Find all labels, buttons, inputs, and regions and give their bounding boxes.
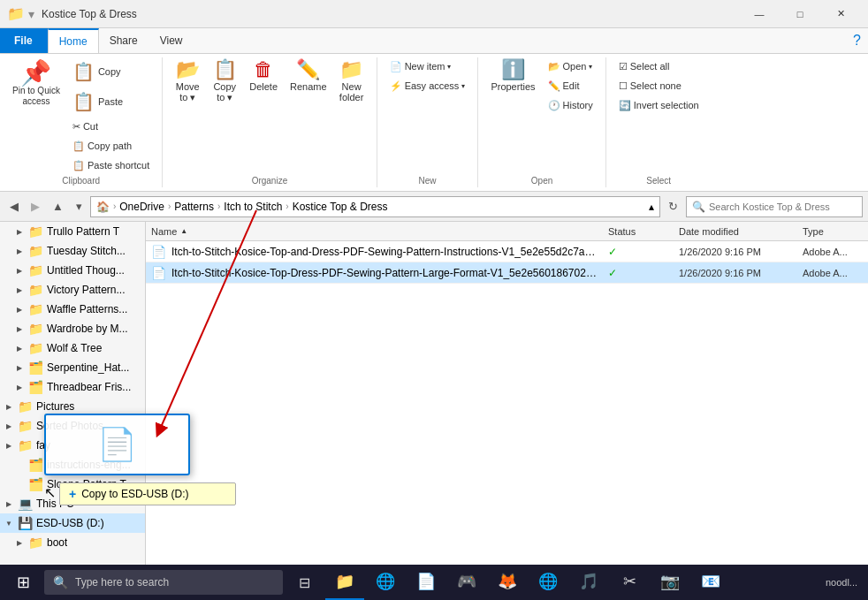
breadcrumb-onedrive[interactable]: OneDrive bbox=[119, 201, 164, 213]
clipboard-items: 📌 Pin to Quickaccess 📋 Copy 📋 Paste ✂ Cu… bbox=[7, 57, 155, 174]
new-item-icon: 📄 bbox=[390, 61, 402, 72]
cut-button[interactable]: ✂ Cut bbox=[67, 118, 155, 135]
ribbon-content: 📌 Pin to Quickaccess 📋 Copy 📋 Paste ✂ Cu… bbox=[0, 54, 868, 192]
sidebar-label: ESD-USB (D:) bbox=[36, 517, 104, 529]
taskbar-steam[interactable]: 🎮 bbox=[447, 565, 486, 600]
sidebar-item-boot[interactable]: ▶ 📁 boot bbox=[0, 533, 145, 552]
ribbon-group-open: ℹ️ Properties 📂 Open ▾ ✏️ Edit 🕐 History bbox=[478, 57, 605, 187]
col-date-header[interactable]: Date modified bbox=[674, 226, 797, 237]
window-controls: — □ ✕ bbox=[739, 0, 861, 28]
breadcrumb-current[interactable]: Kostice Top & Dress bbox=[293, 201, 388, 213]
tab-file[interactable]: File bbox=[0, 28, 48, 53]
paste-shortcut-button[interactable]: 📋 Paste shortcut bbox=[67, 156, 155, 174]
edit-button[interactable]: ✏️ Edit bbox=[543, 77, 598, 95]
mail-icon: 📧 bbox=[701, 572, 720, 591]
sidebar-item-tuesday[interactable]: ▶ 📁 Tuesday Stitch... bbox=[0, 241, 145, 261]
open-items: ℹ️ Properties 📂 Open ▾ ✏️ Edit 🕐 History bbox=[485, 57, 598, 174]
sidebar-label: Waffle Patterns... bbox=[47, 303, 127, 315]
expand-arrow: ▶ bbox=[14, 325, 25, 333]
title-bar: 📁 ▾ Kostice Top & Dress — □ ✕ bbox=[0, 0, 868, 28]
help-icon[interactable]: ? bbox=[853, 33, 861, 49]
taskbar: ⊞ 🔍 Type here to search ⊟ 📁 🌐 📄 🎮 🦊 🌐 🎵 … bbox=[0, 565, 868, 600]
task-view-icon: ⊟ bbox=[299, 574, 310, 591]
breadcrumb-itch[interactable]: Itch to Stitch bbox=[224, 201, 282, 213]
sidebar-item-waffle[interactable]: ▶ 📁 Waffle Patterns... bbox=[0, 300, 145, 319]
rename-button[interactable]: ✏️ Rename bbox=[285, 57, 332, 95]
sidebar-item-esd-usb[interactable]: ▼ 💾 ESD-USB (D:) bbox=[0, 513, 145, 533]
recent-button[interactable]: ▾ bbox=[72, 197, 87, 216]
properties-icon: ℹ️ bbox=[501, 60, 525, 80]
copy-button[interactable]: 📋 Copy bbox=[67, 57, 155, 86]
expand-arrow: ▶ bbox=[4, 403, 14, 411]
sidebar-item-trullo[interactable]: ▶ 📁 Trullo Pattern T bbox=[0, 222, 145, 241]
sidebar-item-untitled[interactable]: ▶ 📁 Untitled Thoug... bbox=[0, 261, 145, 280]
refresh-button[interactable]: ↻ bbox=[664, 197, 682, 216]
col-status-header[interactable]: Status bbox=[603, 226, 674, 237]
address-box[interactable]: 🏠 › OneDrive › Patterns › Itch to Stitch… bbox=[90, 196, 660, 217]
sidebar-item-wolf[interactable]: ▶ 📁 Wolf & Tree bbox=[0, 338, 145, 358]
properties-button[interactable]: ℹ️ Properties bbox=[485, 57, 540, 95]
tab-share[interactable]: Share bbox=[99, 28, 149, 53]
search-input[interactable] bbox=[709, 201, 857, 212]
taskbar-edge[interactable]: 🌐 bbox=[366, 565, 405, 600]
open-button[interactable]: 📂 Open ▾ bbox=[543, 57, 598, 75]
taskbar-chrome[interactable]: 🌐 bbox=[529, 565, 567, 600]
taskbar-explorer[interactable]: 📁 bbox=[325, 565, 364, 600]
taskbar-firefox[interactable]: 🦊 bbox=[488, 565, 527, 600]
table-row[interactable]: 📄 Itch-to-Stitch-Kosice-Top-and-Dress-PD… bbox=[146, 241, 868, 262]
usb-icon: 💾 bbox=[18, 516, 33, 530]
delete-button[interactable]: 🗑 Delete bbox=[244, 57, 283, 95]
paste-button[interactable]: 📋 Paste bbox=[67, 87, 155, 116]
table-row[interactable]: 📄 Itch-to-Stitch-Kosice-Top-Dress-PDF-Se… bbox=[146, 262, 868, 284]
col-type-header[interactable]: Type bbox=[797, 226, 868, 237]
tab-view[interactable]: View bbox=[149, 28, 194, 53]
select-none-button[interactable]: ☐ Select none bbox=[613, 77, 687, 95]
plus-icon: + bbox=[69, 487, 76, 501]
invert-selection-button[interactable]: 🔄 Invert selection bbox=[613, 96, 704, 114]
sidebar-item-victory[interactable]: ▶ 📁 Victory Pattern... bbox=[0, 280, 145, 300]
easy-access-button[interactable]: ⚡ Easy access ▾ bbox=[385, 77, 471, 95]
taskbar-itunes[interactable]: 🎵 bbox=[569, 565, 608, 600]
move-to-button[interactable]: 📂 Moveto ▾ bbox=[170, 57, 205, 106]
pin-to-quick-access-button[interactable]: 📌 Pin to Quickaccess bbox=[7, 57, 65, 110]
name-col-label: Name bbox=[151, 226, 177, 237]
expand-arrow: ▶ bbox=[14, 384, 25, 391]
paste-shortcut-label: Paste shortcut bbox=[88, 160, 149, 171]
drag-tooltip-text: Copy to ESD-USB (D:) bbox=[81, 488, 188, 500]
taskbar-photos[interactable]: 📷 bbox=[651, 565, 689, 600]
maximize-button[interactable]: □ bbox=[780, 0, 820, 28]
sidebar-item-serpentine[interactable]: ▶ 🗂️ Serpentine_Hat... bbox=[0, 358, 145, 377]
taskbar-acrobat[interactable]: 📄 bbox=[407, 565, 445, 600]
minimize-button[interactable]: — bbox=[739, 0, 780, 28]
new-folder-button[interactable]: 📁 Newfolder bbox=[334, 57, 369, 105]
forward-button[interactable]: ▶ bbox=[27, 197, 44, 216]
ribbon-group-select: ☑ Select all ☐ Select none 🔄 Invert sele… bbox=[606, 57, 712, 187]
close-button[interactable]: ✕ bbox=[820, 0, 861, 28]
select-all-button[interactable]: ☑ Select all bbox=[613, 57, 675, 75]
col-name-header[interactable]: Name ▲ bbox=[146, 226, 603, 237]
history-button[interactable]: 🕐 History bbox=[543, 96, 598, 114]
copy-to-button[interactable]: 📋 Copyto ▾ bbox=[207, 57, 242, 106]
taskbar-mail[interactable]: 📧 bbox=[691, 565, 730, 600]
tab-home[interactable]: Home bbox=[48, 28, 99, 53]
file-name-text: Itch-to-Stitch-Kosice-Top-and-Dress-PDF-… bbox=[171, 246, 598, 258]
select-none-icon: ☐ bbox=[619, 80, 628, 92]
open-arrow: ▾ bbox=[589, 63, 592, 71]
up-button[interactable]: ▲ bbox=[48, 197, 68, 216]
new-item-button[interactable]: 📄 New item ▾ bbox=[385, 57, 457, 75]
back-button[interactable]: ◀ bbox=[5, 197, 23, 216]
start-button[interactable]: ⊞ bbox=[4, 565, 42, 600]
sidebar-item-wardrobe[interactable]: ▶ 📁 Wardrobe by M... bbox=[0, 319, 145, 338]
itunes-icon: 🎵 bbox=[579, 572, 598, 591]
copy-path-button[interactable]: 📋 Copy path bbox=[67, 137, 155, 155]
history-label: History bbox=[563, 100, 593, 110]
ribbon-group-new: 📄 New item ▾ ⚡ Easy access ▾ New bbox=[377, 57, 479, 187]
taskbar-search-placeholder: Type here to search bbox=[75, 576, 169, 589]
taskbar-snip[interactable]: ✂ bbox=[610, 565, 649, 600]
task-view-button[interactable]: ⊟ bbox=[285, 565, 324, 600]
breadcrumb-patterns[interactable]: Patterns bbox=[174, 201, 214, 213]
taskbar-search-box[interactable]: 🔍 Type here to search bbox=[44, 570, 283, 595]
sidebar-item-threadbear[interactable]: ▶ 🗂️ Threadbear Fris... bbox=[0, 377, 145, 397]
select-all-label: Select all bbox=[630, 61, 670, 72]
search-box[interactable]: 🔍 bbox=[686, 196, 863, 217]
